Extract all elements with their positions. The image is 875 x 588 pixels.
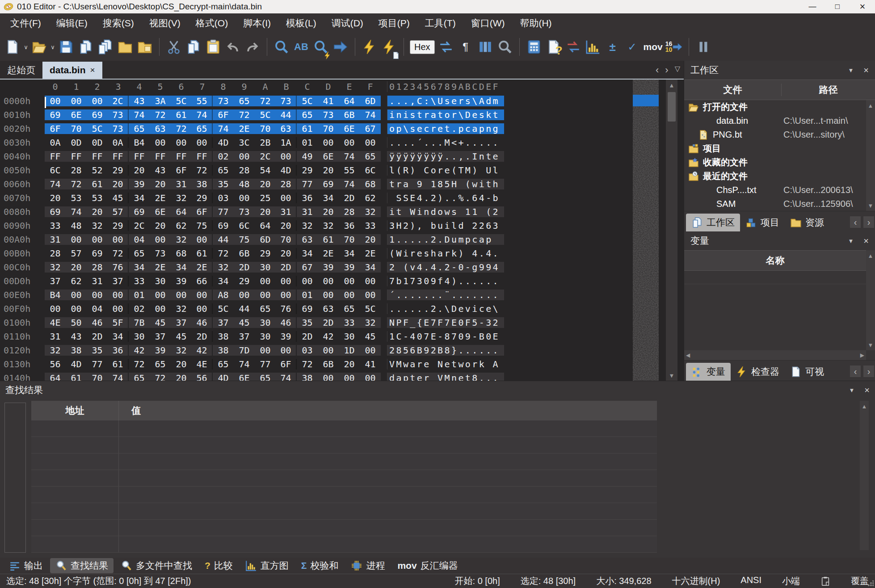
hex-byte[interactable]: 20 — [150, 179, 171, 189]
hex-byte[interactable]: 00 — [192, 234, 213, 245]
hex-byte[interactable]: 62 — [360, 193, 381, 203]
hex-byte[interactable]: 69 — [318, 179, 339, 189]
hex-byte[interactable]: 2D — [318, 317, 339, 328]
hex-byte[interactable]: 3C — [234, 137, 255, 148]
hex-byte[interactable]: 45 — [108, 193, 129, 203]
column-file[interactable]: 文件 — [684, 84, 782, 96]
hex-byte[interactable]: 39 — [129, 179, 150, 189]
hex-ascii[interactable]: 1C-407E-8709-B0E — [387, 331, 504, 342]
hex-byte[interactable]: 31 — [45, 331, 66, 342]
hex-byte[interactable]: 32 — [87, 220, 108, 231]
bottom-tool-tab[interactable]: 进程 — [345, 558, 390, 573]
panel-tab[interactable]: 变量 — [686, 363, 731, 381]
hex-byte[interactable]: 29 — [234, 276, 255, 286]
hex-byte[interactable]: 38 — [192, 179, 213, 189]
hex-byte[interactable]: 00 — [276, 151, 297, 162]
workspace-tree-item[interactable]: 最近的文件 — [684, 169, 875, 183]
hex-ascii[interactable]: 1.....2.Dumpcap — [387, 234, 504, 245]
hex-byte[interactable]: 0D — [66, 137, 87, 148]
hex-byte[interactable]: 00 — [318, 373, 339, 381]
new-file-dropdown-icon[interactable]: ∨ — [22, 44, 29, 50]
column-path[interactable]: 路径 — [782, 84, 875, 96]
hex-byte[interactable]: 37 — [45, 276, 66, 286]
hex-byte[interactable]: 68 — [360, 179, 381, 189]
hex-byte[interactable]: 77 — [87, 359, 108, 370]
hex-byte[interactable]: 65 — [150, 359, 171, 370]
hex-byte[interactable]: 2E — [234, 123, 255, 134]
hex-byte[interactable]: 01 — [297, 290, 318, 300]
hex-byte[interactable]: 56 — [45, 359, 66, 370]
hex-ascii[interactable]: inistrator\Deskt — [387, 109, 504, 120]
hex-byte[interactable]: 2C — [255, 151, 276, 162]
panel-tab[interactable]: 资源 — [785, 214, 829, 231]
hex-byte[interactable]: 20 — [255, 206, 276, 217]
hex-byte[interactable]: 38 — [213, 345, 234, 356]
hex-ascii[interactable]: 7b17309f4)...... — [387, 276, 504, 286]
hex-byte[interactable]: 61 — [66, 373, 87, 381]
find-results-scrollbar[interactable]: ▲ — [860, 401, 869, 550]
hex-byte[interactable]: 69 — [213, 220, 234, 231]
hex-byte[interactable]: 65 — [255, 373, 276, 381]
hex-byte[interactable]: 43 — [66, 331, 87, 342]
hex-byte[interactable]: 31 — [171, 179, 192, 189]
hex-byte[interactable]: 61 — [297, 123, 318, 134]
bottom-tool-tab[interactable]: mov 反汇编器 — [392, 558, 463, 573]
minimize-button[interactable]: — — [800, 0, 825, 13]
hex-byte[interactable]: 32 — [360, 317, 381, 328]
find-text-button[interactable]: AB — [291, 36, 311, 58]
hex-byte[interactable]: 20 — [318, 206, 339, 217]
hex-byte[interactable]: 32 — [360, 206, 381, 217]
hex-byte[interactable]: 74 — [234, 359, 255, 370]
tab-close-icon[interactable]: × — [90, 65, 95, 75]
hex-byte[interactable]: 2D — [234, 262, 255, 273]
find-result-row[interactable] — [31, 470, 657, 487]
hex-byte[interactable]: 5C — [360, 303, 381, 314]
hex-byte[interactable]: 1A — [276, 137, 297, 148]
hex-byte[interactable]: 00 — [192, 303, 213, 314]
hex-byte[interactable]: 65 — [213, 359, 234, 370]
hex-byte[interactable]: 65 — [129, 123, 150, 134]
hex-byte[interactable]: 77 — [255, 359, 276, 370]
hex-byte[interactable]: 37 — [213, 317, 234, 328]
hex-byte[interactable]: 30 — [255, 317, 276, 328]
hex-ascii[interactable]: dapter VMnet8... — [387, 373, 504, 381]
hex-byte[interactable]: 00 — [255, 276, 276, 286]
scroll-right-icon[interactable]: ▶ — [860, 352, 864, 358]
hex-byte[interactable]: 00 — [234, 193, 255, 203]
hex-byte[interactable]: FF — [171, 151, 192, 162]
hex-byte[interactable]: 1D — [339, 345, 360, 356]
hex-byte[interactable]: 65 — [213, 165, 234, 176]
hex-byte[interactable]: 72 — [150, 373, 171, 381]
hex-byte[interactable]: 31 — [297, 206, 318, 217]
find-button[interactable] — [272, 36, 291, 58]
hex-byte[interactable]: 72 — [150, 109, 171, 120]
hex-byte[interactable]: 00 — [171, 290, 192, 300]
tab-data-bin[interactable]: data.bin× — [42, 62, 102, 79]
hex-byte[interactable]: 0A — [108, 137, 129, 148]
hex-byte[interactable]: 6E — [339, 123, 360, 134]
hex-byte[interactable]: 2E — [192, 262, 213, 273]
hex-byte[interactable]: 63 — [150, 123, 171, 134]
replace-button[interactable] — [311, 36, 331, 58]
hex-byte[interactable]: 45 — [234, 317, 255, 328]
hex-byte[interactable]: 65 — [234, 96, 255, 106]
hex-byte[interactable]: 74 — [192, 109, 213, 120]
hex-byte[interactable]: 32 — [297, 220, 318, 231]
hex-byte[interactable]: 77 — [297, 179, 318, 189]
hex-byte[interactable]: 45 — [150, 317, 171, 328]
hex-byte[interactable]: 00 — [150, 234, 171, 245]
variables-menu-icon[interactable]: ▼ — [848, 238, 854, 244]
hex-byte[interactable]: 62 — [171, 220, 192, 231]
hex-byte[interactable]: 63 — [318, 303, 339, 314]
hex-byte[interactable]: 2E — [318, 248, 339, 259]
hex-byte[interactable]: 35 — [213, 179, 234, 189]
hex-byte[interactable]: 5C — [213, 303, 234, 314]
hex-byte[interactable]: 72 — [297, 359, 318, 370]
hex-ascii[interactable]: NPF_{E7F7E0F5-32 — [387, 317, 504, 328]
hex-byte[interactable]: 20 — [318, 165, 339, 176]
hex-byte[interactable]: 28 — [45, 248, 66, 259]
hex-byte[interactable]: 39 — [150, 345, 171, 356]
menu-item[interactable]: 编辑(E) — [49, 14, 95, 32]
hex-byte[interactable]: 00 — [360, 290, 381, 300]
save-all-button[interactable] — [96, 36, 115, 58]
